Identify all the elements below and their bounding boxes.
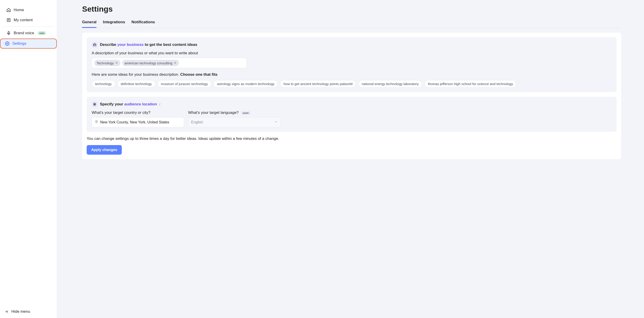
sidebar-item-label: Brand voice xyxy=(14,31,34,35)
tabs: General Integrations Notifications xyxy=(82,20,621,28)
ideas-label: Here are some ideas for your business de… xyxy=(92,72,612,77)
settings-panel: Describe your business to get the best c… xyxy=(82,32,621,159)
svg-point-9 xyxy=(94,104,95,105)
page-title: Settings xyxy=(82,4,621,14)
business-tag-input[interactable]: Technology ✕ american technology consult… xyxy=(92,58,247,68)
audience-heading: Specify your audience location i xyxy=(92,101,612,107)
main-content: Settings General Integrations Notificati… xyxy=(57,0,644,318)
gear-icon xyxy=(5,41,10,46)
country-label: What's your target country or city? xyxy=(92,110,184,115)
sidebar-divider xyxy=(3,26,54,27)
idea-chip[interactable]: thomas jefferson high school for science… xyxy=(424,80,516,88)
info-icon[interactable]: i xyxy=(159,102,160,106)
tab-general[interactable]: General xyxy=(82,20,96,28)
apply-changes-button[interactable]: Apply changes xyxy=(87,145,122,155)
settings-note: You can change settings up to three time… xyxy=(87,136,617,141)
tab-notifications[interactable]: Notifications xyxy=(132,20,155,28)
tag-remove-icon[interactable]: ✕ xyxy=(115,61,118,65)
sidebar-item-label: Home xyxy=(14,8,24,12)
ideas-chips: technology definitive technology museum … xyxy=(92,80,612,88)
language-select[interactable]: English xyxy=(188,117,280,127)
chevron-left-icon xyxy=(4,309,9,314)
chevron-down-icon xyxy=(274,120,278,124)
pin-icon xyxy=(95,120,98,124)
tag-remove-icon[interactable]: ✕ xyxy=(174,61,177,65)
language-label: What's your target language? soon xyxy=(188,110,280,115)
new-badge: new xyxy=(38,31,46,35)
business-tag: american technology consulting ✕ xyxy=(122,60,179,66)
sidebar-item-my-content[interactable]: My content xyxy=(2,16,55,25)
country-value: New York County, New York, United States xyxy=(100,120,169,124)
idea-chip[interactable]: technology xyxy=(92,80,115,88)
idea-chip[interactable]: definitive technology xyxy=(118,80,155,88)
svg-point-10 xyxy=(96,121,97,122)
hide-menu-button[interactable]: Hide menu xyxy=(0,305,57,318)
soon-badge: soon xyxy=(241,111,250,114)
briefcase-icon xyxy=(92,42,98,48)
idea-chip[interactable]: national energy technology laboratory xyxy=(358,80,422,88)
business-desc-label: A description of your business or what y… xyxy=(92,51,612,56)
svg-point-5 xyxy=(7,43,8,44)
home-icon xyxy=(6,8,11,12)
sidebar-item-settings[interactable]: Settings xyxy=(0,38,57,48)
sidebar-item-brand-voice[interactable]: Brand voice new xyxy=(2,28,55,38)
idea-chip[interactable]: astrology signs as modern technology xyxy=(214,80,278,88)
sidebar: Home My content Brand voice new Settings xyxy=(0,0,57,318)
svg-rect-3 xyxy=(8,32,9,34)
audience-card: Specify your audience location i What's … xyxy=(87,97,617,132)
business-heading: Describe your business to get the best c… xyxy=(92,42,612,48)
target-icon xyxy=(92,101,98,107)
idea-chip[interactable]: how to get ancient technology points pal… xyxy=(280,80,356,88)
business-tag: Technology ✕ xyxy=(94,60,120,66)
language-value: English xyxy=(191,120,203,124)
content-icon xyxy=(6,18,11,22)
tab-integrations[interactable]: Integrations xyxy=(103,20,125,28)
mic-icon xyxy=(6,31,11,35)
sidebar-item-label: My content xyxy=(14,18,32,22)
business-card: Describe your business to get the best c… xyxy=(87,37,617,92)
sidebar-item-home[interactable]: Home xyxy=(2,6,55,14)
country-input[interactable]: New York County, New York, United States xyxy=(92,117,184,127)
hide-menu-label: Hide menu xyxy=(12,309,30,314)
sidebar-item-label: Settings xyxy=(12,41,26,46)
idea-chip[interactable]: museum of jurassic technology xyxy=(158,80,212,88)
